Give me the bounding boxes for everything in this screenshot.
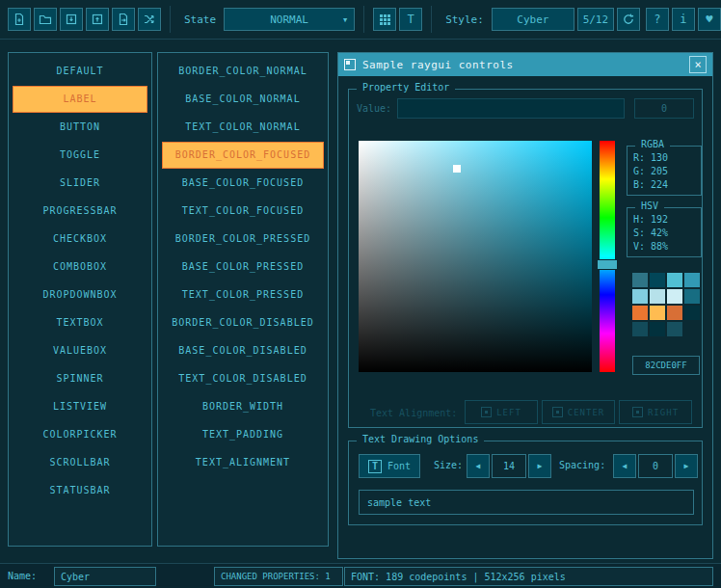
new-style-button[interactable]: [8, 8, 31, 31]
palette-cell[interactable]: [650, 306, 665, 320]
open-folder-icon: [39, 13, 52, 26]
list-item[interactable]: SCROLLBAR: [13, 449, 147, 476]
list-item[interactable]: TEXTBOX: [13, 309, 147, 336]
list-item[interactable]: SLIDER: [13, 170, 147, 197]
list-item[interactable]: TEXT_COLOR_DISABLED: [162, 365, 324, 392]
palette-cell[interactable]: [684, 306, 700, 320]
value-label: Value:: [357, 103, 391, 114]
list-item[interactable]: BORDER_COLOR_NORMAL: [162, 58, 324, 85]
hue-bar[interactable]: [600, 141, 615, 372]
list-item[interactable]: LISTVIEW: [13, 393, 147, 420]
list-item[interactable]: DROPDOWNBOX: [13, 281, 147, 308]
color-saturation-value-panel[interactable]: [359, 141, 592, 372]
align-left-toggle[interactable]: LEFT: [465, 400, 538, 424]
text-drawing-options-title: Text Drawing Options: [357, 434, 484, 444]
spacing-value[interactable]: 0: [638, 454, 673, 478]
color-cursor[interactable]: [453, 165, 461, 173]
state-dropdown[interactable]: NORMAL ▼: [224, 8, 355, 31]
palette-cell[interactable]: [684, 273, 700, 287]
align-center-toggle[interactable]: CENTER: [542, 400, 615, 424]
spacing-decrease-button[interactable]: ◀: [613, 454, 636, 478]
load-style-button[interactable]: [34, 8, 57, 31]
style-name-text: Cyber: [61, 572, 90, 582]
list-item[interactable]: PROGRESSBAR: [13, 198, 147, 225]
list-item[interactable]: STATUSBAR: [13, 477, 147, 504]
sample-text-input[interactable]: sample text: [359, 490, 694, 515]
list-item[interactable]: TEXT_COLOR_PRESSED: [162, 281, 324, 308]
list-item[interactable]: COMBOBOX: [13, 254, 147, 281]
palette-cell[interactable]: [684, 322, 700, 336]
help-icon: ?: [654, 13, 660, 26]
list-item[interactable]: SPINNER: [13, 365, 147, 392]
statusbar: Name: Cyber CHANGED PROPERTIES: 1 FONT: …: [0, 563, 721, 588]
align-left-icon: [481, 407, 492, 417]
list-item[interactable]: TEXT_COLOR_FOCUSED: [162, 198, 324, 225]
size-decrease-button[interactable]: ◀: [467, 454, 490, 478]
palette-cell[interactable]: [684, 289, 700, 304]
controls-list: DEFAULTLABELBUTTONTOGGLESLIDERPROGRESSBA…: [8, 52, 152, 547]
palette-cell[interactable]: [632, 306, 648, 320]
palette-cell[interactable]: [632, 322, 648, 336]
palette-cell[interactable]: [632, 273, 648, 287]
font-button-label: Font: [387, 461, 411, 471]
list-item[interactable]: BASE_COLOR_NORMAL: [162, 86, 324, 113]
random-style-button[interactable]: [138, 8, 161, 31]
hsv-hue-value: H: 192: [628, 213, 701, 227]
list-item[interactable]: COLORPICKER: [13, 421, 147, 448]
list-item[interactable]: TOGGLE: [13, 142, 147, 169]
font-toggle-button[interactable]: T Font: [359, 454, 420, 478]
size-increase-button[interactable]: ▶: [528, 454, 551, 478]
list-item[interactable]: BASE_COLOR_DISABLED: [162, 337, 324, 364]
list-item[interactable]: BASE_COLOR_FOCUSED: [162, 170, 324, 197]
style-table-button[interactable]: [373, 8, 396, 31]
list-item[interactable]: BORDER_WIDTH: [162, 393, 324, 420]
about-button[interactable]: i: [672, 8, 695, 31]
list-item[interactable]: VALUEBOX: [13, 337, 147, 364]
hue-slider[interactable]: [597, 259, 618, 270]
list-item[interactable]: TEXT_PADDING: [162, 421, 324, 448]
text-drawing-options-group: Text Drawing Options T Font Size: ◀ 14 ▶…: [348, 441, 703, 525]
sponsor-button[interactable]: ♥: [698, 8, 721, 31]
reload-icon: [622, 13, 635, 26]
style-counter[interactable]: 5/12: [577, 8, 614, 31]
palette-cell[interactable]: [667, 306, 682, 320]
list-item[interactable]: BUTTON: [13, 114, 147, 141]
palette-cell[interactable]: [650, 289, 665, 304]
properties-list: BORDER_COLOR_NORMALBASE_COLOR_NORMALTEXT…: [157, 52, 329, 547]
help-button[interactable]: ?: [646, 8, 669, 31]
palette-cell[interactable]: [667, 289, 682, 304]
hex-value-input[interactable]: 82CDE0FF: [632, 356, 700, 375]
list-item[interactable]: TEXT_ALIGNMENT: [162, 449, 324, 476]
right-arrow-icon: ▶: [538, 462, 543, 470]
list-item[interactable]: BORDER_COLOR_DISABLED: [162, 309, 324, 336]
reload-style-button[interactable]: [617, 8, 640, 31]
property-editor-title: Property Editor: [357, 82, 455, 93]
value-spinner[interactable]: 0: [634, 98, 694, 119]
value-input[interactable]: [397, 98, 625, 119]
palette-cell[interactable]: [632, 289, 648, 304]
save-style-button[interactable]: [60, 8, 83, 31]
hsv-value-value: V: 88%: [628, 240, 701, 254]
spacing-increase-button[interactable]: ▶: [675, 454, 698, 478]
rgba-red-value: R: 130: [628, 151, 701, 165]
palette-cell[interactable]: [650, 273, 665, 287]
export-code-button[interactable]: [112, 8, 135, 31]
list-item[interactable]: BORDER_COLOR_FOCUSED: [162, 142, 324, 169]
close-button[interactable]: ×: [689, 56, 707, 73]
palette-cell[interactable]: [667, 273, 682, 287]
list-item[interactable]: TEXT_COLOR_NORMAL: [162, 114, 324, 141]
size-value[interactable]: 14: [492, 454, 526, 478]
list-item[interactable]: BORDER_COLOR_PRESSED: [162, 226, 324, 253]
style-name-input[interactable]: Cyber: [54, 567, 156, 586]
palette-cell[interactable]: [667, 322, 682, 336]
list-item[interactable]: DEFAULT: [13, 58, 147, 85]
align-right-toggle[interactable]: RIGHT: [619, 400, 692, 424]
list-item[interactable]: BASE_COLOR_PRESSED: [162, 254, 324, 281]
window-titlebar[interactable]: Sample raygui controls ×: [338, 53, 712, 76]
list-item[interactable]: CHECKBOX: [13, 226, 147, 253]
list-item[interactable]: LABEL: [13, 86, 147, 113]
font-atlas-button[interactable]: T: [399, 8, 422, 31]
export-style-button[interactable]: [86, 8, 109, 31]
palette-cell[interactable]: [650, 322, 665, 336]
style-combo[interactable]: Cyber: [492, 8, 574, 31]
